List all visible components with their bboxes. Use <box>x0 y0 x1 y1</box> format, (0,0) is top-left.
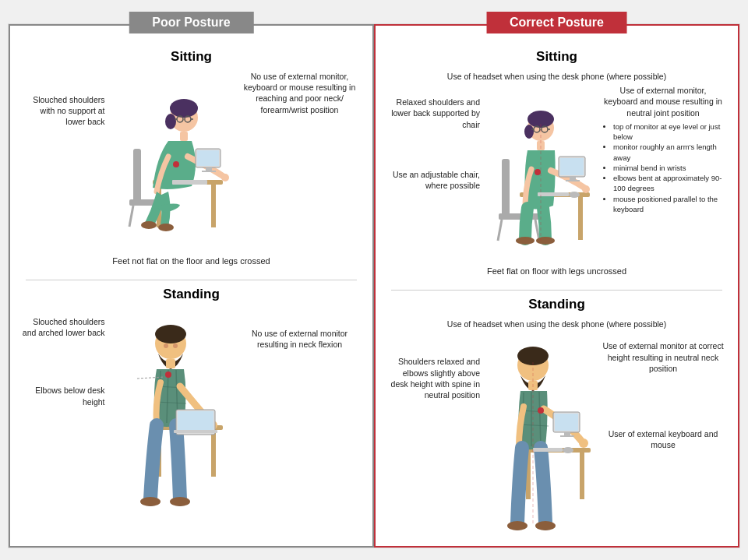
bullet-1: top of monitor at eye level or just belo… <box>613 122 724 143</box>
svg-point-38 <box>140 497 161 506</box>
correct-sitting-bullets: top of monitor at eye level or just belo… <box>602 122 724 215</box>
svg-rect-48 <box>502 159 510 217</box>
svg-rect-31 <box>166 359 175 368</box>
svg-rect-21 <box>202 171 216 172</box>
poor-sitting-figure-row: Slouched shoulders with no support at lo… <box>18 71 365 253</box>
poor-standing-left-bottom: Elbows below desk height <box>23 385 105 407</box>
svg-point-23 <box>173 161 179 167</box>
svg-point-43 <box>165 372 171 378</box>
svg-point-69 <box>535 169 541 175</box>
correct-sitting-left-top: Relaxed shoulders and lower back support… <box>390 97 480 130</box>
correct-sitting-footer: Feet flat on floor with legs uncrossed <box>383 266 730 282</box>
poor-standing-left-top: Slouched shoulders and arched lower back <box>23 316 105 338</box>
correct-divider <box>391 290 722 291</box>
svg-line-5 <box>129 206 133 227</box>
correct-standing-right-annotations: Use of external monitor at correct heigh… <box>599 333 724 450</box>
correct-standing-top-note: Use of headset when using the desk phone… <box>383 319 730 329</box>
svg-rect-88 <box>560 435 574 437</box>
svg-rect-20 <box>206 167 212 171</box>
svg-rect-64 <box>560 158 584 175</box>
correct-standing-figure-row: Shoulders relaxed and elbows slightly ab… <box>383 333 730 530</box>
poor-standing-figure-row: Slouched shoulders and arched lower back… <box>18 308 365 510</box>
correct-posture-header: Correct Posture <box>486 12 627 33</box>
svg-point-17 <box>158 224 174 231</box>
svg-rect-89 <box>533 448 563 452</box>
poor-standing-figure <box>110 308 235 510</box>
poor-sitting-title: Sitting <box>18 49 365 65</box>
correct-sitting-figure-row: Relaxed shoulders and lower back support… <box>383 85 730 263</box>
poor-sitting-section: Sitting Slouched shoulders with no suppo… <box>18 49 365 272</box>
bullet-4: elbows bent at approximately 90-100 degr… <box>613 173 724 194</box>
poor-sitting-figure <box>110 71 235 253</box>
svg-rect-19 <box>197 150 219 166</box>
correct-sitting-right-annotation: Use of external monitor, keyboard and mo… <box>599 85 724 214</box>
svg-point-29 <box>164 343 168 348</box>
bullet-5: mouse positioned parallel to the keyboar… <box>613 194 724 215</box>
correct-standing-right-bottom: User of external keyboard and mouse <box>602 428 724 450</box>
correct-sitting-section: Sitting Use of headset when using the de… <box>383 49 730 282</box>
svg-rect-42 <box>174 430 217 433</box>
correct-standing-right-top: Use of external monitor at correct heigh… <box>602 340 724 374</box>
svg-point-39 <box>170 497 190 506</box>
poor-sitting-left-annotation: Slouched shoulders with no support at lo… <box>23 71 108 128</box>
svg-point-28 <box>155 325 186 343</box>
svg-rect-65 <box>570 177 576 180</box>
svg-point-30 <box>173 343 178 348</box>
svg-point-61 <box>516 237 535 245</box>
svg-point-16 <box>141 221 157 229</box>
svg-line-50 <box>498 220 502 241</box>
svg-rect-72 <box>580 453 584 499</box>
svg-rect-1 <box>211 185 216 227</box>
poor-posture-panel: Poor Posture Sitting Slouched shoulders … <box>9 24 374 548</box>
poor-posture-header: Poor Posture <box>129 12 253 33</box>
correct-sitting-right-text: Use of external monitor, keyboard and mo… <box>602 85 724 118</box>
svg-rect-14 <box>180 132 188 141</box>
correct-sitting-title: Sitting <box>383 49 730 65</box>
correct-sitting-left-annotations: Relaxed shoulders and lower back support… <box>390 85 483 191</box>
correct-posture-panel: Correct Posture Sitting Use of headset w… <box>374 24 739 548</box>
correct-standing-section: Standing Use of headset when using the d… <box>383 297 730 530</box>
correct-standing-figure <box>485 333 598 530</box>
svg-rect-22 <box>172 180 207 185</box>
correct-sitting-left-bottom: Use an adjustable chair, where possible <box>390 169 480 191</box>
svg-point-8 <box>170 99 198 118</box>
svg-point-9 <box>165 114 176 129</box>
svg-point-84 <box>535 521 556 530</box>
poor-standing-right-annotation: No use of external monitor resulting in … <box>236 308 361 350</box>
svg-rect-3 <box>133 149 141 203</box>
svg-point-54 <box>524 125 534 139</box>
poor-standing-title: Standing <box>18 287 365 302</box>
bullet-3: minimal bend in wrists <box>613 163 724 173</box>
svg-point-90 <box>563 447 573 453</box>
poor-sitting-footer: Feet not flat on the floor and legs cros… <box>18 256 365 272</box>
svg-rect-25 <box>211 430 216 477</box>
bullet-2: monitor roughly an arm's length away <box>613 142 724 163</box>
svg-point-60 <box>582 185 590 193</box>
svg-point-91 <box>538 407 544 414</box>
svg-rect-86 <box>555 414 578 431</box>
svg-point-82 <box>579 438 588 448</box>
svg-point-62 <box>536 237 555 245</box>
svg-rect-66 <box>566 180 580 181</box>
correct-sitting-top-note: Use of headset when using the desk phone… <box>383 71 730 82</box>
svg-rect-46 <box>578 197 583 240</box>
svg-point-83 <box>507 521 527 530</box>
poor-sitting-right-annotation: No use of external monitor, keyboard or … <box>236 71 361 115</box>
poor-sitting-left-text: Slouched shoulders with no support at lo… <box>23 94 105 128</box>
correct-standing-title: Standing <box>383 297 730 312</box>
svg-rect-67 <box>538 192 569 196</box>
svg-rect-87 <box>564 432 570 435</box>
correct-standing-left-annotation: Shoulders relaxed and elbows slightly ab… <box>390 333 483 400</box>
poor-standing-section: Standing Slouched shoulders and arched l… <box>18 287 365 510</box>
correct-sitting-figure <box>485 85 598 263</box>
poor-divider <box>26 280 357 280</box>
poor-standing-left-annotations: Slouched shoulders and arched lower back… <box>23 308 108 407</box>
svg-point-68 <box>569 192 580 198</box>
svg-rect-49 <box>499 213 539 220</box>
svg-rect-41 <box>178 411 213 433</box>
poor-standing-right-text: No use of external monitor resulting in … <box>239 328 361 350</box>
poor-sitting-right-text: No use of external monitor, keyboard or … <box>239 71 361 115</box>
correct-standing-left-text: Shoulders relaxed and elbows slightly ab… <box>390 356 480 400</box>
svg-point-15 <box>221 174 229 181</box>
